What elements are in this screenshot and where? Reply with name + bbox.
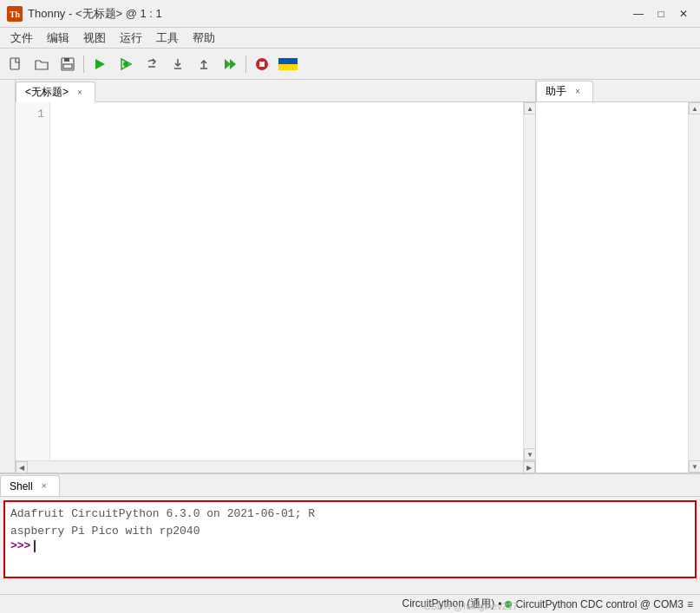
menu-help[interactable]: 帮助 [186, 29, 222, 48]
svg-marker-15 [230, 59, 236, 69]
menu-edit[interactable]: 编辑 [40, 29, 76, 48]
assistant-scroll-up[interactable]: ▲ [689, 102, 700, 114]
prompt-symbol: >>> [10, 539, 30, 552]
cursor-blink [34, 540, 36, 552]
scroll-right-arrow[interactable]: ▶ [523, 461, 535, 473]
run-button[interactable] [88, 52, 112, 76]
svg-rect-18 [278, 58, 298, 64]
main-area: <无标题> × 1 ▲ ▼ ◀ ▶ 助手 × [0, 80, 700, 473]
editor-tab-bar: <无标题> × [16, 80, 535, 102]
window-title: Thonny - <无标题> @ 1 : 1 [28, 6, 162, 22]
scroll-left-arrow[interactable]: ◀ [16, 461, 28, 473]
shell-tab-bar: Shell × [0, 474, 700, 497]
menu-tools[interactable]: 工具 [149, 29, 186, 48]
line-number-1: 1 [16, 106, 49, 123]
minimize-button[interactable]: — [629, 6, 648, 22]
editor-tab-label: <无标题> [25, 85, 69, 100]
svg-rect-17 [259, 62, 265, 67]
toolbar-separator-2 [245, 55, 246, 73]
scroll-track-v[interactable] [524, 114, 535, 448]
shell-pane: Shell × Adafruit CircuitPython 6.3.0 on … [0, 473, 700, 594]
step-out-button[interactable] [192, 52, 216, 76]
svg-rect-2 [10, 58, 19, 69]
shell-tab-close[interactable]: × [38, 480, 50, 492]
editor-textarea[interactable] [50, 102, 523, 460]
right-pane: 助手 × ▲ ▼ [535, 80, 700, 473]
save-button[interactable] [56, 52, 80, 76]
scroll-track-h[interactable] [28, 461, 523, 473]
step-over-button[interactable] [140, 52, 164, 76]
flag-button[interactable] [276, 52, 300, 76]
status-bar: CSDN @hanginev217 CircuitPython (通用) • C… [0, 594, 700, 613]
new-file-button[interactable] [3, 52, 28, 76]
svg-text:Th: Th [10, 10, 21, 19]
svg-rect-19 [278, 64, 298, 70]
assistant-scroll-down[interactable]: ▼ [689, 460, 700, 473]
editor-pane: <无标题> × 1 ▲ ▼ ◀ ▶ [16, 80, 535, 473]
maximize-button[interactable]: □ [651, 6, 671, 22]
step-into-button[interactable] [166, 52, 190, 76]
menu-file[interactable]: 文件 [3, 29, 40, 48]
stop-button[interactable] [250, 52, 274, 76]
resume-button[interactable] [218, 52, 242, 76]
assistant-tab-bar: 助手 × [536, 80, 700, 102]
status-separator-2: ≡ [687, 598, 693, 610]
line-numbers: 1 [16, 102, 50, 460]
assistant-tab-close[interactable]: × [572, 86, 584, 98]
window-controls: — □ ✕ [629, 6, 693, 22]
svg-point-8 [123, 62, 128, 67]
editor-scrollbar-vertical: ▲ ▼ [523, 102, 535, 460]
title-bar-left: Th Thonny - <无标题> @ 1 : 1 [7, 6, 162, 22]
assistant-content: ▲ ▼ [536, 102, 700, 473]
shell-output-line1: Adafruit CircuitPython 6.3.0 on 2021-06-… [10, 505, 690, 523]
open-file-button[interactable] [29, 52, 54, 76]
menu-run[interactable]: 运行 [113, 29, 149, 48]
svg-rect-4 [64, 58, 69, 62]
editor-tab-untitled[interactable]: <无标题> × [16, 82, 95, 102]
debug-button[interactable] [114, 52, 138, 76]
svg-rect-5 [63, 64, 72, 68]
toolbar [0, 49, 700, 80]
shell-tab-label: Shell [10, 480, 33, 492]
assistant-tab-label: 助手 [546, 84, 566, 99]
assistant-tab[interactable]: 助手 × [536, 81, 593, 101]
scroll-up-arrow[interactable]: ▲ [524, 102, 535, 114]
close-button[interactable]: ✕ [674, 6, 693, 22]
assistant-scrollbar: ▲ ▼ [688, 102, 700, 473]
menu-bar: 文件 编辑 视图 运行 工具 帮助 [0, 28, 700, 49]
toolbar-separator-1 [83, 55, 84, 73]
title-bar: Th Thonny - <无标题> @ 1 : 1 — □ ✕ [0, 0, 700, 28]
editor-scrollbar-horizontal: ◀ ▶ [16, 460, 535, 473]
shell-output-line2: aspberry Pi Pico with rp2040 [10, 523, 690, 540]
scroll-down-arrow[interactable]: ▼ [524, 448, 535, 460]
svg-marker-6 [95, 59, 105, 69]
left-gutter [0, 80, 16, 473]
assistant-scroll-track[interactable] [689, 114, 700, 460]
menu-view[interactable]: 视图 [76, 29, 113, 48]
app-logo: Th [7, 6, 23, 22]
watermark-text: CSDN @hanginev217 [424, 601, 518, 611]
svg-marker-14 [225, 59, 231, 69]
editor-tab-close[interactable]: × [74, 86, 86, 98]
shell-prompt-line: >>> [10, 539, 690, 552]
editor-content: 1 ▲ ▼ [16, 102, 535, 460]
port-label: CircuitPython CDC control @ COM3 [515, 598, 684, 610]
shell-tab[interactable]: Shell × [0, 475, 60, 496]
shell-content[interactable]: Adafruit CircuitPython 6.3.0 on 2021-06-… [3, 500, 697, 578]
